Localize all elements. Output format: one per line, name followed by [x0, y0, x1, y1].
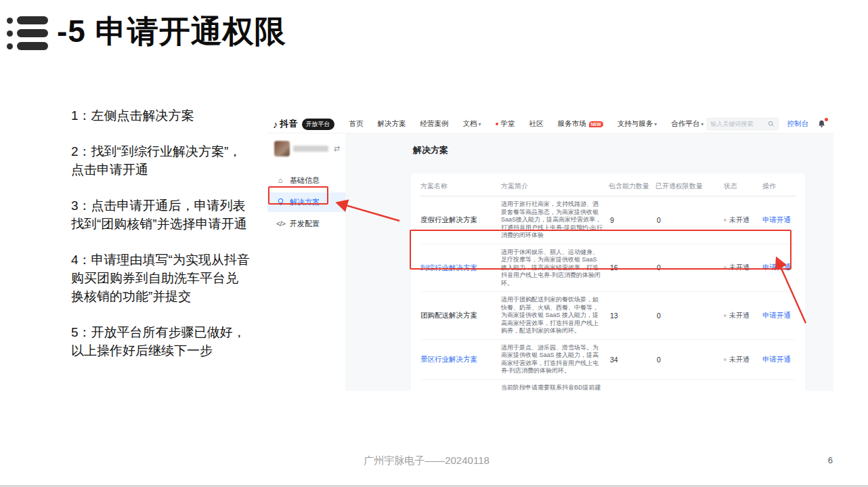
step-5: 5：开放平台所有步骤已做好，以上操作好后继续下一步	[71, 323, 250, 360]
status-badge: 未开通	[724, 311, 758, 320]
sidebar-menu: ⌂ 基础信息 解决方案 </> 开发配置	[267, 171, 345, 234]
sidebar-item-dev-config[interactable]: </> 开发配置	[267, 214, 345, 234]
solution-desc: 适用于休闲娱乐、丽人、运动健身、足疗按摩等，为商家提供收银 SaaS 接入能力，…	[501, 249, 604, 288]
step-3: 3：点击申请开通后，申请列表找到“团购核销”并选择申请开通	[71, 196, 250, 233]
page-number: 6	[828, 455, 833, 465]
opened-count: 0	[655, 312, 719, 320]
solution-name: 团购配送解决方案	[420, 311, 496, 320]
nav-service-market[interactable]: 服务市场NEW	[558, 119, 603, 129]
content-title: 解决方案	[413, 144, 833, 156]
status-badge: 未开通	[724, 215, 758, 225]
avatar	[274, 141, 290, 156]
red-dot-icon	[496, 123, 498, 125]
notification-bell-icon[interactable]	[817, 119, 827, 129]
solution-desc: 适用于景点、游乐园、滑雪场等。为商家提供收银 SaaS 接入能力，提高商家经营效…	[501, 344, 604, 375]
account-row[interactable]: ⇄	[267, 138, 345, 158]
status-dot-icon	[724, 219, 726, 221]
search-input[interactable]	[711, 121, 768, 127]
home-icon: ⌂	[276, 177, 284, 184]
table-row: 团购配送解决方案 适用于团购配送到家的餐饮场景，如快餐、奶茶、火锅、西餐、中餐等…	[420, 292, 796, 340]
apply-open-link[interactable]: 申请开通	[762, 215, 792, 225]
apply-open-link[interactable]: 申请开通	[762, 263, 792, 272]
ability-count: 16	[609, 263, 651, 272]
solution-desc: 当前阶段申请需要联系抖音BD提前建联，适用于酒店、民宿等酒店行业客户，基于日历房…	[501, 384, 604, 391]
table-row: 度假行业解决方案 适用于旅行社商家，支持线路游、酒景套餐等商品形态，为商家提供收…	[420, 196, 796, 245]
status-badge: 未开通	[724, 263, 758, 272]
new-badge: NEW	[589, 121, 603, 127]
bulb-icon	[276, 198, 284, 207]
nav-community[interactable]: 社区	[529, 119, 544, 129]
top-navbar: ♪ 抖音 开放平台 首页 解决方案 经营案例 文档▾ 学堂 社区 服务市场NEW…	[267, 115, 833, 133]
ability-count: 13	[609, 312, 651, 320]
douyin-logo-text: 抖音	[280, 118, 298, 130]
list-bullet-icon	[7, 16, 51, 50]
page-title: -5 申请开通权限	[57, 11, 286, 53]
sidebar: ⇄ ⌂ 基础信息 解决方案 </> 开发配置	[267, 133, 345, 391]
step-2: 2：找到“到综行业解决方案”，点击申请开通	[71, 142, 250, 179]
table-row: 景区行业解决方案 适用于景点、游乐园、滑雪场等。为商家提供收银 SaaS 接入能…	[420, 340, 796, 380]
nav-home[interactable]: 首页	[349, 119, 364, 129]
solution-desc: 适用于旅行社商家，支持线路游、酒景套餐等商品形态，为商家提供收银SaaS接入能力…	[501, 200, 604, 240]
solution-name[interactable]: 景区行业解决方案	[420, 355, 496, 364]
search-icon	[768, 121, 775, 127]
slide: -5 申请开通权限 1：左侧点击解决方案 2：找到“到综行业解决方案”，点击申请…	[0, 0, 868, 487]
footer-text: 广州宇脉电子——20240118	[0, 454, 853, 467]
switch-account-icon[interactable]: ⇄	[334, 144, 340, 153]
ability-count: 9	[609, 216, 651, 224]
console-link[interactable]: 控制台	[787, 119, 809, 129]
chevron-down-icon: ▾	[654, 121, 657, 127]
step-4: 4：申请理由填写“为实现从抖音购买团购券到自助洗车平台兑换核销的功能”并提交	[71, 251, 250, 305]
nav-docs[interactable]: 文档▾	[463, 119, 481, 129]
table-header-row: 方案名称 方案简介 包含能力数量 已开通权限数量 状态 操作	[420, 176, 796, 196]
search-box[interactable]	[707, 118, 779, 130]
status-dot-icon	[724, 314, 726, 317]
table-row-highlighted: 到综行业解决方案 适用于休闲娱乐、丽人、运动健身、足疗按摩等，为商家提供收银 S…	[420, 245, 796, 293]
instruction-steps: 1：左侧点击解决方案 2：找到“到综行业解决方案”，点击申请开通 3：点击申请开…	[71, 106, 250, 360]
nav-partner[interactable]: 合作平台▾	[671, 119, 703, 129]
step-1: 1：左侧点击解决方案	[71, 106, 250, 125]
solution-desc: 适用于团购配送到家的餐饮场景，如快餐、奶茶、火锅、西餐、中餐等，为商家提供收银 …	[501, 296, 604, 335]
douyin-open-platform-screenshot: ♪ 抖音 开放平台 首页 解决方案 经营案例 文档▾ 学堂 社区 服务市场NEW…	[267, 115, 833, 391]
navbar-right: 控制台	[707, 118, 827, 130]
open-platform-badge: 开放平台	[302, 119, 334, 130]
nav-cases[interactable]: 经营案例	[420, 119, 449, 129]
sidebar-item-basic-info[interactable]: ⌂ 基础信息	[267, 171, 345, 190]
opened-count: 0	[655, 263, 719, 272]
nav-solutions[interactable]: 解决方案	[378, 119, 406, 129]
apply-open-link[interactable]: 申请开通	[762, 311, 792, 320]
solution-name: 度假行业解决方案	[420, 215, 496, 224]
solution-name[interactable]: 到综行业解决方案	[420, 263, 496, 272]
apply-open-link[interactable]: 申请开通	[762, 355, 792, 364]
status-badge: 未开通	[724, 355, 758, 364]
chevron-down-icon: ▾	[479, 121, 481, 127]
ability-count: 34	[609, 356, 651, 364]
opened-count: 0	[655, 216, 719, 224]
notification-dot	[825, 118, 828, 121]
status-dot-icon	[724, 358, 726, 361]
opened-count: 0	[655, 356, 719, 364]
main-content: 解决方案 方案名称 方案简介 包含能力数量 已开通权限数量 状态 操作 度假行业…	[345, 133, 833, 391]
sidebar-item-solutions[interactable]: 解决方案	[267, 192, 345, 212]
table-row: 酒店行业新预售券解决方案 当前阶段申请需要联系抖音BD提前建联，适用于酒店、民宿…	[420, 380, 796, 391]
code-icon: </>	[276, 220, 284, 228]
status-dot-icon	[724, 266, 726, 269]
douyin-note-icon: ♪	[273, 119, 278, 129]
solutions-table-card: 方案名称 方案简介 包含能力数量 已开通权限数量 状态 操作 度假行业解决方案 …	[411, 173, 805, 391]
douyin-logo[interactable]: ♪ 抖音 开放平台	[273, 118, 334, 130]
nav-menu: 首页 解决方案 经营案例 文档▾ 学堂 社区 服务市场NEW 支持与服务▾ 合作…	[349, 119, 704, 129]
nav-academy[interactable]: 学堂	[496, 119, 515, 129]
nav-support[interactable]: 支持与服务▾	[617, 119, 657, 129]
account-name-redacted	[293, 146, 328, 152]
chevron-down-icon: ▾	[701, 121, 703, 127]
